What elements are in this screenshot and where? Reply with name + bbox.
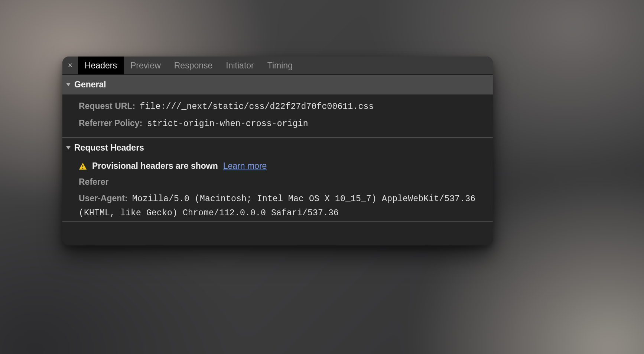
kv-label: Referrer Policy: [79,118,142,128]
provisional-headers-text: Provisional headers are shown [92,161,218,171]
section-title-general: General [74,80,106,90]
header-value-user-agent: Mozilla/5.0 (Macintosh; Intel Mac OS X 1… [79,194,475,218]
tab-headers[interactable]: Headers [78,57,124,74]
section-header-request-headers[interactable]: Request Headers [62,138,493,157]
provisional-headers-notice: Provisional headers are shown Learn more [62,157,493,174]
kv-value: strict-origin-when-cross-origin [147,119,308,129]
close-button[interactable]: × [62,57,78,74]
learn-more-link[interactable]: Learn more [223,161,267,171]
kv-request-url: Request URL: file:///_next/static/css/d2… [62,98,493,115]
section-header-general[interactable]: General [62,75,493,94]
svg-point-1 [82,168,84,169]
devtools-headers-panel: × Headers Preview Response Initiator Tim… [62,57,493,245]
general-kv-list: Request URL: file:///_next/static/css/d2… [62,94,493,137]
tab-initiator[interactable]: Initiator [219,57,260,74]
header-name-referer: Referer [79,177,109,187]
tab-response[interactable]: Response [167,57,219,74]
tab-timing[interactable]: Timing [261,57,299,74]
kv-label: Request URL: [79,101,135,111]
svg-rect-0 [82,165,83,167]
section-general: General Request URL: file:///_next/stati… [62,75,493,138]
section-title-request-headers: Request Headers [74,143,144,153]
chevron-down-icon [66,146,71,149]
tab-bar: × Headers Preview Response Initiator Tim… [62,57,493,75]
kv-referrer-policy: Referrer Policy: strict-origin-when-cros… [62,115,493,132]
close-icon: × [68,61,73,70]
section-request-headers: Request Headers Provisional headers are … [62,138,493,222]
tab-preview[interactable]: Preview [124,57,167,74]
warning-icon [79,162,87,170]
header-name-user-agent: User-Agent: [79,193,128,203]
header-referer: Referer [62,174,493,190]
header-user-agent: User-Agent: Mozilla/5.0 (Macintosh; Inte… [62,190,493,221]
kv-value: file:///_next/static/css/d22f27d70fc0061… [140,102,374,112]
chevron-down-icon [66,83,71,86]
